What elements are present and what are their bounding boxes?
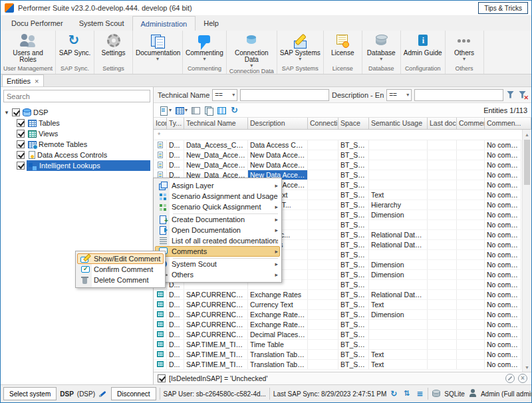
context-menu-item[interactable]: Others [155,269,280,280]
scroll-up-icon[interactable]: ▲ [523,130,531,139]
toolbar-button[interactable] [158,104,173,116]
column-header[interactable]: Connecti... [308,118,338,129]
ribbon-tab[interactable]: System Scout [71,16,132,31]
cell-semantic-usage [369,160,428,170]
ribbon-button[interactable]: SAP Systems [279,31,322,65]
tree-checkbox[interactable] [17,130,25,138]
table-row[interactable]: D... SAP.CURRENCY.TA... Exchange Rate Ty… [154,320,521,330]
ribbon-button[interactable]: Users and Roles [2,31,54,65]
table-row[interactable]: D... SAP.CURRENCY.TA... Decimal Places i… [154,330,521,340]
context-menu-item[interactable]: Comments [155,246,280,257]
tree-checkbox[interactable] [17,162,25,170]
context-menu-item[interactable]: Scenario Quick Assignment [155,202,280,212]
context-menu-item[interactable]: Scenario Assignment and Usage [155,191,280,202]
column-header[interactable]: Commen... [457,118,485,129]
search-input[interactable] [3,90,150,102]
filter-field1-input[interactable] [240,89,329,101]
table-row[interactable]: D... SAP.TIME.M_TIME_... Time Table BT_S… [154,340,521,350]
filter-close-icon[interactable] [518,374,527,383]
column-header[interactable]: Commen... [485,118,531,129]
submenu-item[interactable]: Confirm Comment [77,264,164,275]
column-header[interactable]: Description [248,118,308,129]
funnel-clear-icon[interactable] [518,90,527,100]
ribbon-button[interactable]: Commenting [184,31,225,65]
cell-type: D... [167,350,184,359]
sync-refresh-icon[interactable] [390,389,399,398]
grid-new-row-strip[interactable] [154,130,521,140]
column-header[interactable]: Space [338,118,369,129]
context-menu-item[interactable]: System Scout [155,259,280,269]
tree-item[interactable]: Data Access Controls [3,150,150,160]
context-menu-item[interactable]: Create Documentation [155,214,280,225]
tree-root-dsp[interactable]: DSP [3,107,150,118]
cell-type: D... [167,340,184,349]
ribbon-button[interactable]: Documentation [134,31,181,65]
context-menu-item[interactable]: Open Documentation [155,225,280,235]
table-row[interactable]: D... SAP.TIME.M_TIME_... Translation Tab… [154,350,521,360]
toolbar-button[interactable] [229,104,241,116]
column-header[interactable]: Semantic Usage [369,118,428,129]
tree-checkbox[interactable] [17,119,25,127]
tree-checkbox[interactable] [17,140,25,148]
table-row[interactable]: D... SAP.CURRENCY.TA... Exchange Rates B… [154,290,521,300]
tab-close-icon[interactable] [35,77,39,85]
table-row[interactable]: D... Data_Access_Coun Data Access Countr… [154,140,521,150]
table-row[interactable]: D... SAP.CURRENCY.TA... Currency Text BT… [154,300,521,310]
ribbon-button[interactable]: Settings [96,31,131,65]
table-row[interactable]: D... New_Data_Access_... New Data Access… [154,150,521,160]
sync-log-icon[interactable] [402,389,412,398]
tree-item-label: Remote Tables [39,140,87,148]
filter-edit-icon[interactable] [505,374,515,383]
filter-field2-input[interactable] [414,89,503,101]
active-filter-expression: [IsDeletedInSAP] = 'Unchecked' [169,374,502,382]
toolbar-button[interactable] [216,104,227,116]
context-menu-item[interactable]: Assign Layer [155,180,280,191]
tips-and-tricks-button[interactable]: Tips & Tricks [478,2,528,14]
tree-expander-icon[interactable] [3,109,10,116]
cell-comment-1 [457,330,485,339]
scrollbar-thumb[interactable] [524,140,530,185]
column-header[interactable]: Technical Name [184,118,248,129]
tree-checkbox[interactable] [12,108,20,116]
tree-item[interactable]: Remote Tables [3,139,150,150]
ribbon-button[interactable]: SAP Sync. [57,31,92,65]
submenu-item[interactable]: Delete Comment [77,275,164,285]
funnel-icon[interactable] [506,90,515,100]
vertical-scrollbar[interactable]: ▲ ▼ [522,130,531,372]
tab-entities[interactable]: Entities [2,74,44,86]
sync-settings-icon[interactable] [415,389,424,398]
ribbon-button[interactable]: Connection Data [228,31,275,68]
ribbon-button[interactable]: Others [447,31,482,65]
context-menu-item[interactable]: List of all created documentations [155,235,280,246]
tree-root-label[interactable]: DSP [33,108,49,116]
toolbar-button[interactable] [174,104,189,116]
column-header[interactable]: Last doc... [428,118,457,129]
ribbon-tab[interactable]: Docu Performer [3,16,71,31]
filter-field2-operator[interactable]: == [386,89,412,101]
tree-item[interactable]: Intelligent Lookups [3,160,150,171]
ribbon-button[interactable]: Admin Guide [402,31,444,65]
ribbon-button[interactable]: Database [364,31,399,65]
select-system-button[interactable]: Select system [3,387,57,400]
tree-item[interactable]: Tables [3,118,150,128]
ribbon-tab[interactable]: Help [196,16,227,31]
filter-field1-operator[interactable]: == [212,89,237,101]
ribbon-button[interactable]: License [325,31,360,65]
column-header[interactable]: Icon [154,118,167,129]
toolbar-button[interactable] [203,104,215,116]
ribbon-tab[interactable]: Administration [132,16,196,31]
submenu-item[interactable]: Show/Edit Comment [77,253,164,264]
tree-checkbox[interactable] [17,151,25,159]
ribbon-group: Connection Data Connection Data [227,31,277,74]
disconnect-button[interactable]: Disconnect [111,387,156,400]
toolbar-button[interactable] [190,104,201,116]
table-row[interactable]: D... New_Data_Access_... New Data Access… [154,160,521,170]
filter-field2-label: Description - En [332,91,384,99]
filter-enabled-checkbox[interactable] [158,374,166,382]
cell-comment-2: No comm... [485,140,521,150]
scroll-down-icon[interactable]: ▼ [523,362,531,372]
table-row[interactable]: D... SAP.TIME.M_TIME_... Translation Tab… [154,360,521,370]
table-row[interactable]: D... SAP.CURRENCY.TA... Exchange Rate Ty… [154,310,521,320]
column-header[interactable]: Ty... [167,118,184,129]
tree-item[interactable]: Views [3,128,150,139]
